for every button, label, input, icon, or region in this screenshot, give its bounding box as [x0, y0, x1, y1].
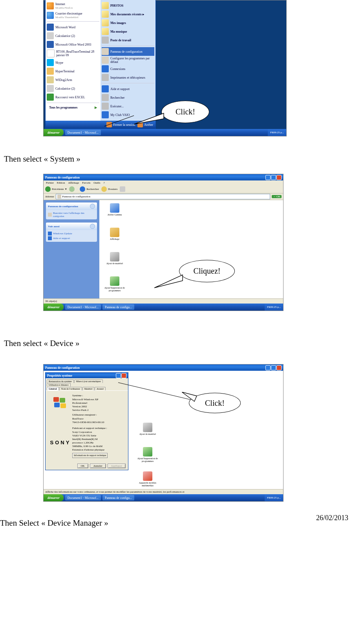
maximize-icon[interactable]	[271, 175, 276, 180]
side-link[interactable]: Windows Update	[48, 231, 95, 236]
taskbar-item-cp[interactable]: Panneau de configu...	[102, 495, 134, 501]
menu-edition[interactable]: Edition	[57, 181, 65, 184]
cp-sidebox-main: Panneau de configuration Basculer vers l…	[46, 202, 97, 219]
sysprop-titlebar: Propriétés système	[46, 373, 128, 378]
taskbar-item-doc[interactable]: Document1 - Microsof...	[65, 495, 101, 501]
start-right-item-8[interactable]: Imprimantes et télécopieurs	[102, 73, 154, 82]
cp-icon-ajout-suppression-de-programmes[interactable]: Ajout/Suppression de programmes	[101, 276, 128, 298]
sony-logo: SONY	[50, 440, 71, 445]
menu-favoris[interactable]: Favoris	[82, 181, 90, 184]
start-button[interactable]: démarrer	[44, 129, 64, 136]
tab-mat-riel[interactable]: Matériel	[82, 387, 94, 390]
cp-icon-ajout-de-mat-riel[interactable]: Ajout de matériel	[134, 423, 161, 446]
apply-button: Appliquer	[108, 464, 126, 468]
search-button[interactable]: Rechercher	[80, 186, 99, 192]
start-right-item-3[interactable]: Ma musique	[102, 27, 154, 36]
start-menu: RealTrace InternetMozilla FirefoxCourrie…	[45, 0, 156, 129]
taskbar-item-doc[interactable]: Document1 - Microsof...	[65, 304, 101, 310]
cp-icon-ajout-de-mat-riel[interactable]: Ajout de matériel	[101, 252, 128, 276]
callout-click-3: Click!	[189, 393, 241, 413]
footer-date: 26/02/2013	[316, 514, 348, 522]
menu-fichier[interactable]: Fichier	[46, 181, 54, 184]
cp-icon-adobe-gamma[interactable]: Adobe Gamma	[101, 203, 128, 227]
tab-g-n-ral[interactable]: Général	[47, 387, 59, 390]
tab-utilisation---distance[interactable]: Utilisation à distance	[47, 383, 71, 386]
cp-icon-blank	[134, 398, 161, 422]
callout-click-2: Cliquez!	[179, 260, 235, 282]
minimize-icon[interactable]	[265, 365, 271, 370]
cp-titlebar: Panneau de configuration	[44, 174, 283, 180]
start-right-item-11[interactable]: Exécuter...	[102, 102, 154, 110]
screenshot-control-panel: Panneau de configuration FichierEditionA…	[43, 174, 284, 311]
logoff-button[interactable]: Fermer la session	[106, 122, 135, 127]
cp-icon-affichage[interactable]: Affichage	[101, 228, 128, 251]
instruction-device: Then select « Device »	[4, 339, 364, 348]
start-item-1[interactable]: Courrier électroniqueMozilla Thunderbird	[47, 11, 99, 20]
minimize-icon[interactable]	[265, 175, 271, 180]
go-button[interactable]: → OK	[272, 195, 282, 198]
ok-button[interactable]: OK	[77, 464, 88, 468]
start-right-item-7[interactable]: Connexions	[102, 64, 154, 73]
start-right-item-1[interactable]: Mes documents récents ▸	[102, 10, 154, 18]
svg-marker-1	[134, 113, 164, 124]
svg-marker-4	[182, 392, 197, 401]
cp-sidebox-seealso: Voir aussi Windows UpdateAide et support	[46, 223, 97, 242]
system-properties-dialog: Propriétés système Restauration du systè…	[45, 372, 128, 470]
tab-avanc-[interactable]: Avancé	[95, 387, 106, 390]
start-right-item-9[interactable]: Aide et support	[102, 85, 154, 93]
start-item-0[interactable]: InternetMozilla Firefox	[47, 1, 99, 11]
cp-statusbar-3: Affiche des informations sur votre ordin…	[44, 489, 283, 494]
support-info-button[interactable]: Informations de support technique	[72, 453, 108, 458]
side-link[interactable]: Aide et support	[48, 236, 95, 241]
cancel-button[interactable]: Annuler	[90, 464, 106, 468]
cp-icon-appareils-mobiles-multim-dias[interactable]: Appareils mobiles multimédias	[134, 471, 161, 489]
start-item-7[interactable]: HyperTerminal	[47, 67, 99, 75]
start-item-8[interactable]: WIDog2Arm	[47, 75, 99, 84]
chevron-up-icon[interactable]	[90, 224, 95, 229]
folders-button[interactable]: Dossiers	[101, 186, 117, 192]
cp-menu: FichierEditionAffichageFavorisOutils?	[44, 180, 283, 185]
views-icon[interactable]	[120, 186, 125, 192]
start-button[interactable]: démarrer	[44, 494, 64, 501]
taskbar-item-doc[interactable]: Document1 - Microsof...	[65, 130, 101, 135]
system-tray: FR 09:25 p...	[265, 304, 283, 311]
address-field[interactable]: Panneau de configuration	[56, 194, 271, 199]
help-icon[interactable]	[116, 373, 121, 378]
maximize-icon[interactable]	[271, 365, 276, 370]
all-programs[interactable]: Tous les programmes▶	[47, 104, 99, 111]
close-icon[interactable]	[276, 175, 282, 180]
cp-toolbar: Précédente ▾ | Rechercher Dossiers	[44, 185, 283, 193]
start-item-10[interactable]: Raccourci vers EXCEL	[47, 93, 99, 101]
taskbar-2: démarrer Document1 - Microsof... Panneau…	[44, 304, 283, 311]
menu-outils[interactable]: Outils	[93, 181, 100, 184]
taskbar-item-cp[interactable]: Panneau de configu...	[102, 304, 134, 310]
start-item-5[interactable]: RT100_RealTraceTerminal 28 janvier 09	[47, 49, 99, 58]
forward-button	[69, 186, 75, 192]
start-right-item-2[interactable]: Mes images	[102, 18, 154, 27]
switch-view-link[interactable]: Basculer vers l'affichage des catégories	[48, 211, 95, 218]
start-item-4[interactable]: Microsoft Office Word 2003	[47, 40, 99, 49]
close-icon[interactable]	[121, 373, 126, 378]
cp-statusbar: 39 objet(s)	[44, 298, 283, 304]
chevron-up-icon[interactable]	[90, 204, 95, 209]
close-icon[interactable]	[276, 365, 282, 370]
tab-restauration-du-syst-me[interactable]: Restauration du système	[47, 379, 74, 383]
start-right-item-6[interactable]: Configurer les programmes par défaut	[102, 56, 154, 64]
start-button[interactable]: démarrer	[44, 304, 64, 311]
start-right-item-5[interactable]: Panneau de configuration	[102, 47, 154, 56]
system-tray: FR 09:25 p...	[268, 129, 286, 136]
cp-titlebar: Panneau de configuration	[44, 364, 283, 371]
start-right-item-4[interactable]: Poste de travail	[102, 36, 154, 44]
start-item-3[interactable]: Calculatrice (2)	[47, 31, 99, 40]
start-item-9[interactable]: Calculatrice (2)	[47, 84, 99, 93]
start-item-6[interactable]: Skype	[47, 58, 99, 67]
cp-icon-ajout-suppression-de-programmes[interactable]: Ajout/Suppression de programmes	[134, 447, 161, 471]
tab-nom-de-l-ordinateur[interactable]: Nom de l'ordinateur	[59, 387, 82, 390]
start-item-2[interactable]: Microsoft Word	[47, 23, 99, 31]
menu-?[interactable]: ?	[103, 181, 104, 184]
start-right-item-0[interactable]: PHOTOS	[102, 1, 154, 10]
menu-affichage[interactable]: Affichage	[68, 181, 79, 184]
start-right-item-10[interactable]: Rechercher	[102, 93, 154, 102]
back-button[interactable]: Précédente ▾	[45, 186, 67, 192]
tab-mises---jour-automatiques[interactable]: Mises à jour automatiques	[74, 379, 103, 383]
